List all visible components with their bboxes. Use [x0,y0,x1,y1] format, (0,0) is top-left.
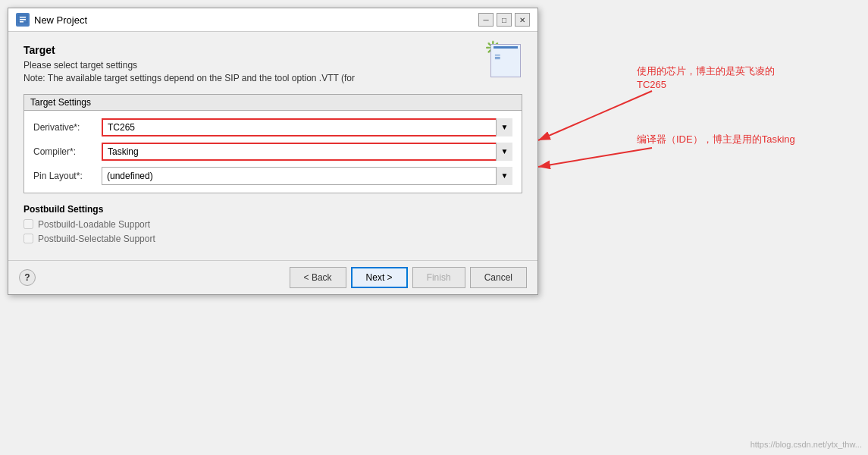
derivative-row: Derivative*: ▼ [33,118,512,136]
compiler-dropdown-arrow[interactable]: ▼ [496,143,512,161]
header-text: Target Please select target settings Not… [24,44,355,85]
dialog-header: Target Please select target settings Not… [24,44,522,85]
dialog-body: Target Please select target settings Not… [8,32,537,260]
target-settings-group: Target Settings Derivative*: ▼ Compiler*… [24,94,522,193]
new-project-dialog: New Project ─ □ ✕ Target Please select t… [8,8,538,295]
description-line2: Note: The available target settings depe… [24,72,355,85]
derivative-label: Derivative*: [33,122,102,133]
maximize-button[interactable]: □ [497,13,512,27]
svg-rect-3 [20,21,24,23]
pin-layout-input-wrap: ▼ [102,167,512,185]
finish-button[interactable]: Finish [412,267,465,288]
postbuild-selectable-checkbox[interactable] [24,234,33,243]
description-line1: Please select target settings [24,59,355,72]
title-bar-left: New Project [16,13,87,27]
svg-rect-1 [20,17,26,18]
compiler-annotation-text: 编译器（IDE），博主是用的Tasking [637,133,795,146]
settings-group-body: Derivative*: ▼ Compiler*: ▼ Pi [24,111,522,193]
svg-rect-2 [20,19,26,20]
next-button[interactable]: Next > [351,267,408,288]
dialog-footer: ? < Back Next > Finish Cancel [8,260,537,294]
title-bar: New Project ─ □ ✕ [8,8,537,32]
chip-annotation: 使用的芯片，博主的是英飞凌的TC265 [637,64,775,92]
footer-right: < Back Next > Finish Cancel [290,267,527,288]
wizard-icon-inner [490,44,521,77]
postbuild-loadable-row: Postbuild-Loadable Support [24,219,522,230]
postbuild-section: Postbuild Settings Postbuild-Loadable Su… [24,204,522,244]
target-settings-title: Target Settings [24,95,522,111]
wizard-icon: ✳️ [484,44,522,82]
chip-annotation-text: 使用的芯片，博主的是英飞凌的TC265 [637,64,775,92]
derivative-input-wrap: ▼ [102,118,512,136]
app-icon [16,13,30,27]
minimize-button[interactable]: ─ [478,13,494,27]
postbuild-title: Postbuild Settings [24,204,522,215]
postbuild-loadable-checkbox[interactable] [24,219,33,229]
compiler-annotation: 编译器（IDE），博主是用的Tasking [637,133,795,146]
compiler-row: Compiler*: ▼ [33,143,512,161]
compiler-label: Compiler*: [33,146,102,157]
back-button[interactable]: < Back [290,267,346,288]
svg-line-6 [538,148,652,167]
pin-layout-input[interactable] [102,167,512,185]
postbuild-selectable-label: Postbuild-Selectable Support [38,234,155,244]
dialog-title: New Project [34,14,87,26]
section-title: Target [24,44,355,56]
watermark: https://blog.csdn.net/ytx_thw... [750,440,862,449]
title-controls: ─ □ ✕ [478,13,530,27]
pin-layout-row: Pin Layout*: ▼ [33,167,512,185]
derivative-input[interactable] [102,118,512,136]
postbuild-selectable-row: Postbuild-Selectable Support [24,234,522,244]
cancel-button[interactable]: Cancel [470,267,527,288]
postbuild-loadable-label: Postbuild-Loadable Support [38,219,150,230]
svg-line-5 [538,91,652,140]
help-button[interactable]: ? [19,269,36,286]
derivative-dropdown-arrow[interactable]: ▼ [496,118,512,136]
close-button[interactable]: ✕ [515,13,530,27]
pin-layout-label: Pin Layout*: [33,171,102,181]
pin-layout-dropdown-arrow[interactable]: ▼ [496,167,512,185]
compiler-input-wrap: ▼ [102,143,512,161]
footer-left: ? [19,269,36,286]
compiler-input[interactable] [102,143,512,161]
